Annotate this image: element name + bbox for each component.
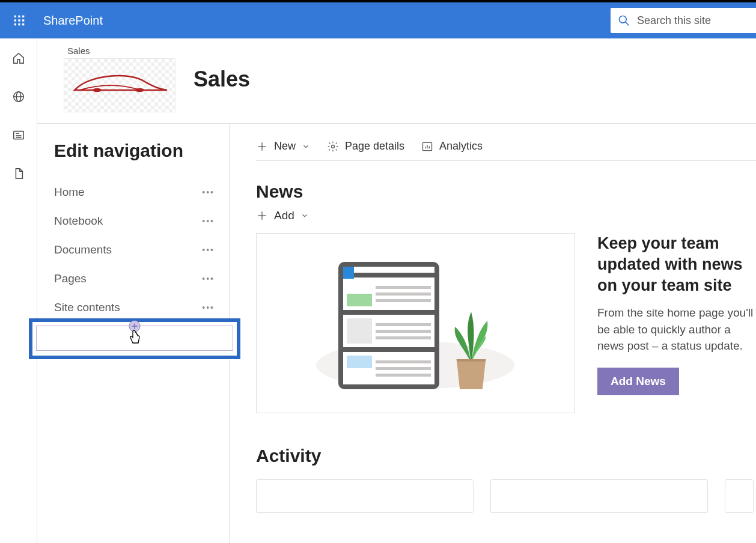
add-news-dropdown[interactable]: Add	[256, 209, 756, 222]
new-button-label: New	[274, 140, 296, 153]
svg-point-9	[620, 16, 627, 23]
site-logo-image	[69, 69, 171, 102]
plus-icon	[256, 141, 268, 153]
search-input[interactable]	[637, 14, 749, 27]
suite-header: SharePoint	[0, 2, 756, 38]
site-header: Sales Sales	[37, 38, 756, 124]
page-details-button[interactable]: Page details	[327, 140, 404, 153]
add-news-button[interactable]: Add News	[597, 368, 679, 395]
svg-point-25	[332, 145, 335, 148]
site-logo[interactable]	[64, 58, 175, 112]
news-icon[interactable]	[12, 129, 25, 142]
vertical-app-rail	[0, 38, 37, 543]
site-title: Sales	[194, 67, 250, 92]
home-icon[interactable]	[12, 52, 25, 65]
edit-navigation-heading: Edit navigation	[54, 141, 215, 161]
nav-item-label: Documents	[54, 243, 112, 256]
analytics-label: Analytics	[439, 140, 483, 153]
globe-icon[interactable]	[12, 90, 25, 103]
nav-item-home[interactable]: Home •••	[54, 178, 215, 207]
svg-point-18	[93, 88, 102, 93]
app-launcher-button[interactable]	[7, 8, 31, 32]
breadcrumb[interactable]: Sales	[67, 46, 175, 56]
news-placeholder-card	[256, 233, 575, 413]
analytics-icon	[421, 141, 433, 153]
news-promo-body: From the site home page you'll be able t…	[597, 305, 756, 354]
news-section-title: News	[256, 181, 756, 202]
edit-navigation-panel: Edit navigation Home ••• Notebook ••• Do…	[37, 124, 230, 543]
svg-point-19	[135, 88, 144, 93]
search-box[interactable]	[611, 8, 756, 33]
chevron-down-icon	[302, 142, 310, 151]
svg-rect-2	[22, 16, 24, 17]
news-illustration	[316, 257, 514, 389]
svg-rect-4	[18, 19, 20, 21]
new-button[interactable]: New	[256, 140, 310, 153]
waffle-icon	[13, 14, 25, 26]
add-nav-link-dropzone[interactable]	[29, 318, 240, 359]
add-news-label: Add	[274, 209, 294, 222]
nav-item-label: Home	[54, 186, 85, 199]
svg-rect-5	[22, 19, 24, 21]
svg-line-10	[626, 22, 629, 26]
more-icon[interactable]: •••	[202, 303, 215, 312]
news-promo-title: Keep your team updated with news on your…	[597, 233, 756, 296]
main-content: New Page details Analytics News Ad	[230, 124, 756, 543]
nav-item-label: Site contents	[54, 301, 120, 314]
more-icon[interactable]: •••	[202, 216, 215, 226]
analytics-button[interactable]: Analytics	[421, 140, 483, 153]
search-icon	[618, 14, 630, 26]
nav-item-documents[interactable]: Documents •••	[54, 235, 215, 264]
nav-item-site-contents[interactable]: Site contents •••	[54, 293, 215, 322]
svg-rect-6	[14, 23, 16, 25]
nav-item-label: Pages	[54, 272, 87, 285]
activity-card[interactable]	[725, 479, 754, 513]
page-details-label: Page details	[345, 140, 404, 153]
nav-item-notebook[interactable]: Notebook •••	[54, 207, 215, 235]
cursor-hand-icon	[127, 330, 142, 350]
more-icon[interactable]: •••	[202, 187, 215, 197]
more-icon[interactable]: •••	[202, 274, 215, 284]
more-icon[interactable]: •••	[202, 245, 215, 255]
svg-rect-7	[18, 23, 20, 25]
svg-rect-1	[18, 16, 20, 17]
activity-row	[256, 479, 756, 513]
activity-section-title: Activity	[256, 446, 756, 466]
command-bar: New Page details Analytics	[256, 132, 756, 161]
activity-card[interactable]	[256, 479, 474, 513]
nav-item-pages[interactable]: Pages •••	[54, 264, 215, 293]
svg-rect-0	[14, 16, 16, 17]
file-icon[interactable]	[12, 167, 25, 180]
svg-rect-3	[14, 19, 16, 21]
svg-rect-14	[13, 132, 23, 139]
nav-item-label: Notebook	[54, 214, 103, 228]
svg-rect-8	[22, 23, 24, 25]
gear-icon	[327, 141, 339, 153]
plus-icon	[256, 210, 268, 222]
chevron-down-icon	[300, 211, 309, 220]
brand-name[interactable]: SharePoint	[43, 14, 103, 28]
activity-card[interactable]	[490, 479, 708, 513]
